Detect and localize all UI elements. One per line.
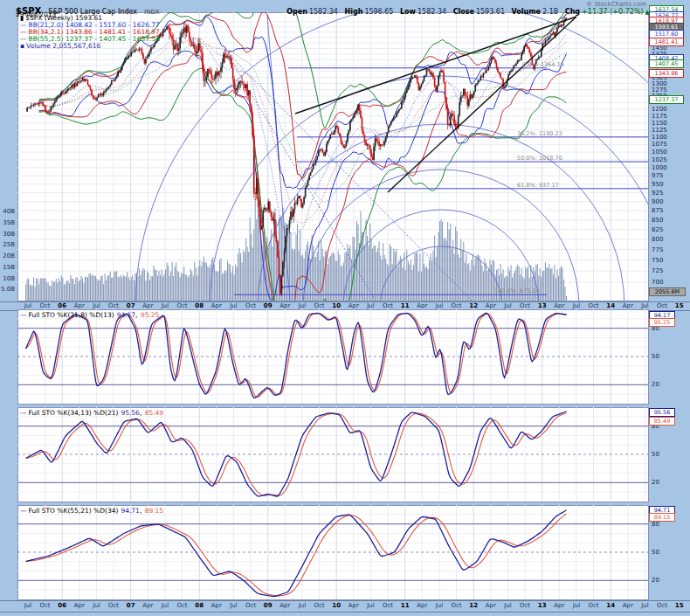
sto-3-k-value: 94.71	[121, 507, 139, 515]
sto-2-k-value: 95.56	[121, 409, 139, 417]
month-axis-label: Jul	[294, 302, 310, 309]
price-axis-label: 925	[652, 190, 663, 197]
month-axis-label: Jul	[637, 602, 652, 609]
price-axis-label: 700	[652, 279, 663, 286]
month-axis-label: Oct	[380, 602, 396, 609]
close-value: 1593.61	[476, 8, 505, 16]
low-value: 1582.34	[417, 8, 446, 16]
year-axis-label: 11	[397, 602, 413, 609]
sto-2-d-value: 85.49	[145, 409, 163, 417]
volume-axis-label: 30B	[1, 231, 15, 238]
month-axis-label: Oct	[586, 302, 602, 309]
sto-k-value-box: 95.56	[649, 408, 675, 417]
sto-panel-2	[17, 407, 649, 502]
month-axis-label: Oct	[243, 302, 259, 309]
price-axis-label: 1125	[652, 127, 667, 134]
month-axis-label: Apr	[72, 602, 87, 609]
year-axis-label: 13	[535, 602, 550, 609]
sto-panel-2-legend: —Full STO %K(34,13) %D(21)95.56, 85.49	[20, 410, 163, 417]
month-axis-label: Apr	[209, 302, 224, 309]
month-axis-label: Apr	[551, 602, 567, 609]
price-axis-label: 850	[652, 217, 663, 224]
main-price-plot	[17, 12, 649, 301]
price-axis-label: 750	[652, 257, 663, 264]
year-axis-label: 15	[672, 602, 687, 609]
volume-value-box: 2055.6M	[649, 287, 686, 296]
price-axis-label: 775	[652, 246, 663, 253]
month-axis-label: Apr	[346, 302, 362, 309]
month-axis-label: Apr	[483, 302, 499, 309]
year-axis-label: 06	[54, 302, 70, 309]
month-axis-label: Jul	[157, 602, 173, 609]
close-label: Close	[453, 8, 474, 16]
volume-axis-label: 35B	[1, 219, 15, 226]
price-axis-label: 800	[652, 236, 663, 243]
year-axis-label: 12	[466, 302, 481, 309]
chg-value: +11.37 (+0.72%)	[582, 8, 644, 16]
month-axis-label: Apr	[140, 602, 155, 609]
sto-panel-3	[17, 505, 649, 600]
month-axis-label: Oct	[175, 302, 190, 309]
high-label: High	[345, 8, 363, 16]
stockcharts-spx-weekly-chart: $SPX S&P 500 Large Cap Index INDX © Stoc…	[0, 0, 690, 616]
month-axis-label: Apr	[72, 302, 87, 309]
month-axis-label: Jul	[157, 302, 173, 309]
month-axis-label: Jul	[569, 302, 584, 309]
month-axis-label: Apr	[140, 302, 155, 309]
month-axis-label: Apr	[277, 602, 293, 609]
volume-axis-label: 25B	[1, 241, 15, 248]
month-axis-label: Oct	[106, 302, 121, 309]
month-axis-label: Apr	[414, 602, 430, 609]
month-axis-label: Jul	[225, 602, 241, 609]
month-axis-label: Jul	[362, 602, 378, 609]
month-axis-label: Jul	[20, 302, 36, 309]
price-value-box-bb55: 1407.45	[649, 59, 684, 68]
month-axis-label: Oct	[586, 602, 602, 609]
year-axis-label: 14	[603, 302, 618, 309]
price-axis-label: 1100	[652, 134, 667, 141]
volume-value: 2.1B	[542, 8, 558, 16]
month-axis-label: Oct	[106, 602, 121, 609]
year-axis-label: 15	[672, 302, 687, 309]
sto-d-value-box: 95.25	[649, 318, 675, 327]
year-axis-label: 14	[603, 602, 618, 609]
chg-label: Chg	[565, 8, 580, 16]
sto-3-d-value: 89.15	[145, 507, 163, 515]
month-axis-label: Apr	[277, 302, 293, 309]
month-axis-label: Oct	[449, 602, 465, 609]
sto-axis-label: 50	[652, 353, 659, 360]
month-axis-label: Jul	[500, 302, 515, 309]
sto-axis-label: 20	[652, 479, 659, 486]
sto-axis-label: 20	[652, 577, 659, 584]
price-axis-label: 950	[652, 181, 663, 188]
volume-axis-label: 10B	[1, 275, 15, 282]
low-label: Low	[400, 8, 416, 16]
price-axis-label: 1075	[652, 141, 667, 148]
month-axis-label: Apr	[483, 602, 499, 609]
price-value-box-bb34: 1343.86	[649, 69, 684, 78]
legend-volume: Volume 2,055,567,616	[26, 42, 100, 50]
price-axis-label: 1175	[652, 113, 667, 120]
year-axis-label: 07	[123, 302, 139, 309]
volume-axis-label: 15B	[1, 264, 15, 271]
price-axis-label: 1150	[652, 120, 667, 127]
sto-3-label: Full STO %K(55,21) %D(34)	[29, 507, 119, 515]
sto-axis-label: 50	[652, 549, 659, 556]
price-axis-label: 1050	[652, 149, 667, 156]
month-axis-label: Apr	[620, 602, 636, 609]
sto-line-icon: —	[20, 409, 27, 417]
price-axis-label: 875	[652, 207, 663, 214]
main-legend: ▮$SPX (Weekly) 1593.61 —BB(21,2.0) 1408.…	[20, 15, 160, 50]
price-axis-label: 725	[652, 267, 663, 274]
year-axis-label: 08	[191, 302, 207, 309]
volume-axis-label: 40B	[1, 208, 15, 215]
separator: ,	[140, 507, 141, 515]
year-axis-label: 08	[191, 602, 207, 609]
month-axis-label: Jul	[431, 302, 447, 309]
price-axis-label: 1025	[652, 156, 667, 163]
month-axis-label: Oct	[654, 602, 670, 609]
open-label: Open	[286, 8, 307, 16]
year-axis-label: 11	[397, 302, 413, 309]
month-axis-label: Jul	[431, 602, 447, 609]
month-axis-label: Oct	[654, 302, 670, 309]
